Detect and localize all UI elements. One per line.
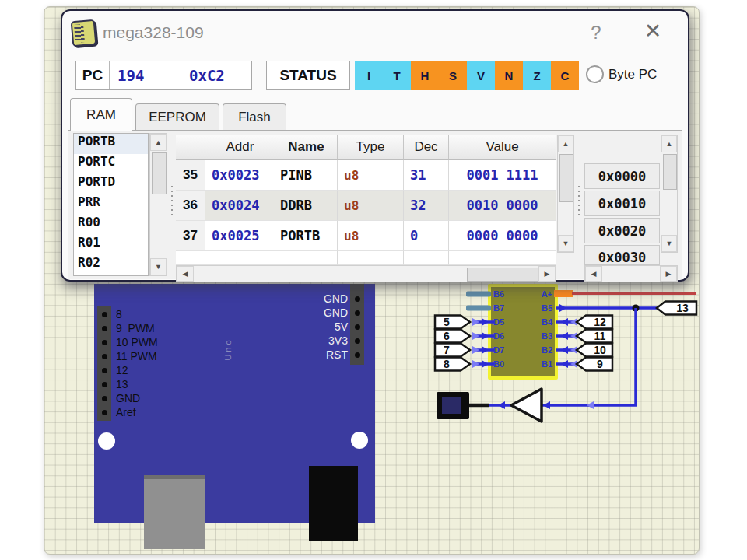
mega328-monitor-dialog: mega328-109 ? ✕ PC 194 0xC2 STATUS I T H…	[61, 9, 689, 282]
scrollbar-thumb[interactable]	[467, 268, 540, 282]
table-vscrollbar[interactable]: ▲ ▼	[557, 135, 574, 253]
pc-label: PC	[76, 61, 110, 89]
byte-pc-radio[interactable]	[586, 65, 604, 83]
scroll-down-icon[interactable]: ▼	[661, 235, 677, 252]
col-header-name[interactable]: Name	[275, 135, 338, 160]
stub-wire-orange	[554, 290, 573, 297]
help-icon[interactable]: ?	[585, 22, 607, 44]
svg-text:8: 8	[444, 358, 450, 370]
svg-text:11: 11	[594, 330, 606, 342]
cell-type: u8	[338, 191, 404, 221]
scrollbar-thumb[interactable]	[152, 152, 167, 194]
status-label: STATUS	[266, 61, 350, 90]
register-list-item[interactable]: PORTC	[74, 154, 148, 174]
scroll-right-icon[interactable]: ▶	[538, 266, 556, 282]
tab-flash[interactable]: Flash	[223, 103, 286, 130]
flag-h: H	[411, 61, 439, 90]
row-number: 36	[176, 191, 205, 221]
address-list-item[interactable]: 0x0000	[584, 163, 660, 189]
status-flags: I T H S V N Z C	[355, 61, 579, 90]
table-empty-row	[176, 251, 556, 265]
register-list-item[interactable]: R02	[74, 255, 148, 275]
col-header-type[interactable]: Type	[338, 135, 404, 160]
scroll-down-icon[interactable]: ▼	[150, 258, 167, 275]
splitter-handle[interactable]	[578, 186, 580, 217]
register-list: PORTB PORTC PORTD PRR R00 R01 R02	[73, 133, 149, 276]
scroll-left-icon[interactable]: ◀	[177, 266, 194, 282]
byte-pc-label: Byte PC	[608, 67, 657, 82]
flag-s: S	[439, 61, 467, 90]
register-list-item[interactable]: R00	[74, 215, 148, 235]
ram-table: Addr Name Type Dec Value 35 0x0023 PINB …	[176, 135, 556, 265]
scroll-right-icon[interactable]: ▶	[660, 266, 677, 282]
inverter-gate[interactable]	[511, 389, 542, 422]
pin-tag-6[interactable]: 6	[435, 330, 470, 343]
scroll-down-icon[interactable]: ▼	[558, 235, 573, 252]
address-list-item[interactable]: 0x0030	[584, 245, 660, 265]
cell-addr: 0x0024	[205, 191, 275, 221]
address-list-item[interactable]: 0x0010	[584, 191, 660, 216]
cell-value[interactable]: 0001 1111	[449, 160, 556, 191]
tab-ram[interactable]: RAM	[70, 98, 132, 131]
svg-text:13: 13	[676, 302, 689, 314]
pin-tag-9[interactable]: 9	[577, 358, 612, 371]
flag-c: C	[551, 61, 579, 90]
pin-tag-12[interactable]: 12	[577, 316, 612, 329]
register-list-scrollbar[interactable]: ▲ ▼	[149, 133, 167, 276]
scroll-up-icon[interactable]: ▲	[150, 134, 167, 151]
cell-dec[interactable]: 31	[404, 160, 449, 191]
cell-addr: 0x0025	[205, 221, 275, 251]
scroll-up-icon[interactable]: ▲	[661, 135, 677, 152]
table-hscrollbar[interactable]: ◀ ▶	[176, 265, 556, 282]
scroll-left-icon[interactable]: ◀	[585, 266, 602, 282]
register-list-item[interactable]: PORTD	[74, 174, 148, 194]
col-header-addr[interactable]: Addr	[205, 135, 275, 160]
register-list-item[interactable]: R01	[74, 235, 148, 255]
cell-dec[interactable]: 32	[404, 191, 449, 221]
pc-hex-value[interactable]: 0xC2	[181, 61, 251, 89]
dialog-title: mega328-109	[103, 23, 204, 42]
register-list-item[interactable]: PRR	[74, 194, 148, 215]
flag-t: T	[383, 61, 411, 90]
address-list: 0x0000 0x0010 0x0020 0x0030	[584, 135, 660, 265]
pc-register-box: PC 194 0xC2	[75, 61, 252, 90]
pin-tag-7[interactable]: 7	[435, 344, 470, 357]
address-list-vscrollbar[interactable]: ▲ ▼	[661, 135, 678, 253]
svg-text:5: 5	[444, 316, 450, 328]
pc-dec-value[interactable]: 194	[110, 61, 181, 89]
close-icon[interactable]: ✕	[640, 19, 666, 44]
tab-eeprom[interactable]: EEPROM	[135, 103, 219, 130]
cell-value[interactable]: 0010 0000	[449, 191, 556, 221]
col-header-dec[interactable]: Dec	[404, 135, 449, 160]
pin-tag-13[interactable]: 13	[657, 302, 696, 315]
table-row: 36 0x0024 DDRB u8 32 0010 0000	[176, 191, 556, 221]
stub-wire-b7	[466, 306, 491, 311]
table-header-row: Addr Name Type Dec Value	[176, 135, 556, 160]
address-list-item[interactable]: 0x0020	[584, 218, 660, 243]
address-list-hscrollbar[interactable]: ◀ ▶	[584, 265, 678, 282]
pin-tag-10[interactable]: 10	[577, 344, 612, 357]
row-number: 37	[176, 221, 205, 251]
cell-value[interactable]: 0000 0000	[449, 221, 556, 251]
scrollbar-thumb[interactable]	[559, 154, 573, 202]
scroll-up-icon[interactable]: ▲	[558, 135, 573, 152]
probe-component[interactable]	[437, 392, 469, 419]
chip-icon	[71, 19, 97, 47]
register-list-item[interactable]: PORTB	[74, 134, 148, 154]
svg-text:7: 7	[444, 344, 450, 356]
cell-dec[interactable]: 0	[404, 221, 449, 251]
col-header-value[interactable]: Value	[449, 135, 556, 160]
splitter-handle[interactable]	[171, 186, 173, 217]
pin-tag-8[interactable]: 8	[435, 358, 470, 371]
pin-tag-5[interactable]: 5	[435, 316, 470, 329]
cell-type: u8	[338, 221, 404, 251]
scrollbar-thumb[interactable]	[663, 154, 677, 190]
flag-n: N	[495, 61, 523, 90]
pin-tag-11[interactable]: 11	[577, 330, 612, 343]
flag-z: Z	[523, 61, 551, 90]
cell-addr: 0x0023	[205, 160, 275, 191]
cell-type: u8	[338, 160, 404, 191]
svg-text:12: 12	[594, 316, 606, 328]
flag-v: V	[467, 61, 495, 90]
stub-wire-b6	[466, 292, 491, 297]
